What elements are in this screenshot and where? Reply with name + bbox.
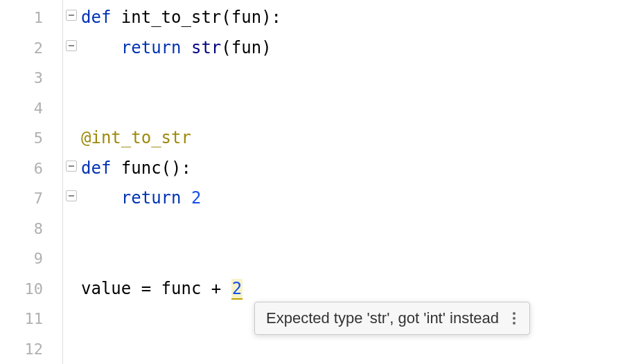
line-number: 3 (0, 63, 62, 93)
keyword-return: return (121, 38, 182, 57)
line-number: 5 (0, 123, 62, 154)
line-number: 10 (0, 274, 62, 304)
code-line (81, 93, 643, 124)
line-number: 1 (0, 3, 62, 33)
code-line: def func(): (81, 154, 643, 184)
number-literal: 2 (191, 188, 201, 208)
decorator: @int_to_str (81, 128, 191, 147)
line-number: 2 (0, 33, 62, 64)
inspection-tooltip: Expected type 'str', got 'int' instead (254, 302, 530, 335)
code-line (81, 214, 643, 244)
variable: value (81, 279, 131, 298)
code-line (81, 334, 643, 365)
line-number-gutter: 1 2 3 4 5 6 7 8 9 10 11 12 (0, 0, 62, 364)
keyword-def: def (81, 158, 111, 178)
code-line: def int_to_str(fun): (81, 3, 643, 33)
fold-minus-icon[interactable] (66, 190, 77, 201)
code-line: @int_to_str (81, 123, 643, 154)
tooltip-text: Expected type 'str', got 'int' instead (266, 309, 499, 327)
argument: fun (231, 38, 261, 57)
line-number: 12 (0, 334, 62, 365)
reference: func (161, 279, 202, 298)
code-line (81, 63, 643, 93)
parameter: fun (231, 8, 261, 27)
code-line: return 2 (81, 183, 643, 214)
more-vertical-icon[interactable] (510, 309, 518, 327)
keyword-return: return (121, 188, 182, 208)
fold-column (63, 0, 81, 364)
number-literal-warning: 2 (231, 279, 243, 300)
builtin-str: str (191, 38, 221, 57)
code-line (81, 244, 643, 274)
keyword-def: def (81, 8, 111, 27)
line-number: 11 (0, 304, 62, 334)
fold-minus-icon[interactable] (66, 40, 77, 51)
function-name: int_to_str (121, 8, 222, 27)
line-number: 4 (0, 93, 62, 124)
fold-minus-icon[interactable] (66, 161, 77, 172)
code-line: value = func + 2 (81, 274, 643, 304)
line-number: 6 (0, 154, 62, 184)
line-number: 9 (0, 244, 62, 274)
line-number: 8 (0, 214, 62, 244)
code-editor[interactable]: def int_to_str(fun): return str(fun) @in… (81, 0, 643, 364)
fold-minus-icon[interactable] (66, 10, 77, 21)
function-name: func (121, 158, 161, 178)
line-number: 7 (0, 183, 62, 214)
code-line: return str(fun) (81, 33, 643, 64)
